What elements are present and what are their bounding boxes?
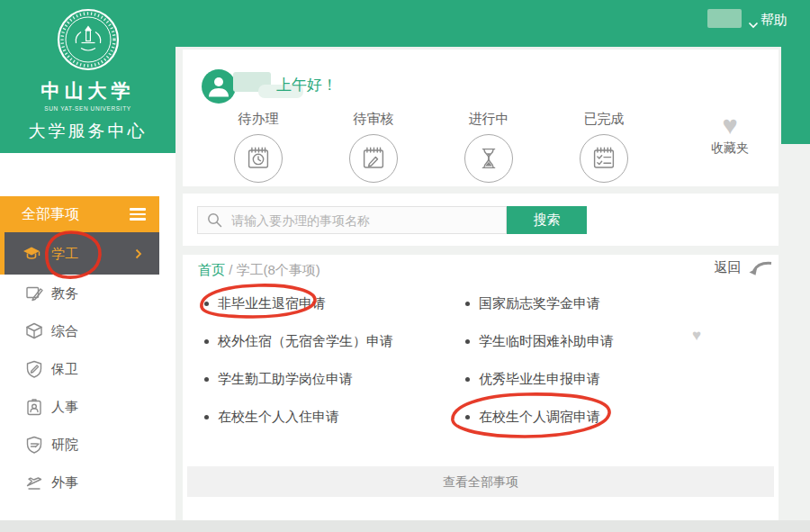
status-completed[interactable]: 已完成 bbox=[559, 111, 649, 183]
service-item[interactable]: 在校生个人调宿申请 bbox=[465, 408, 600, 426]
search-input[interactable] bbox=[230, 212, 506, 229]
page-bottom-strip bbox=[0, 520, 810, 532]
service-item[interactable]: 学生勤工助学岗位申请 bbox=[204, 370, 353, 388]
hourglass-icon[interactable] bbox=[464, 134, 513, 183]
sidebar-item-renshi[interactable]: 人事 bbox=[0, 388, 159, 426]
search-card: 搜索 bbox=[183, 194, 778, 246]
hamburger-icon[interactable] bbox=[130, 208, 146, 223]
foreign-affairs-icon bbox=[24, 473, 44, 492]
sidebar-item-waishi[interactable]: 外事 bbox=[0, 464, 159, 501]
calendar-pen-icon[interactable] bbox=[349, 134, 398, 183]
heart-icon[interactable]: ♥ bbox=[692, 327, 701, 345]
chevron-down-icon[interactable] bbox=[748, 16, 759, 32]
service-item[interactable]: 学生临时困难补助申请 bbox=[465, 332, 614, 350]
status-in-progress[interactable]: 进行中 bbox=[444, 111, 534, 183]
sidebar-item-label: 保卫 bbox=[51, 350, 78, 388]
student-affairs-icon bbox=[22, 244, 41, 264]
sidebar-item-jiaowu[interactable]: 教务 bbox=[0, 275, 159, 312]
view-all-button[interactable]: 查看全部事项 bbox=[187, 466, 774, 497]
bullet bbox=[465, 415, 470, 419]
calendar-clock-icon[interactable] bbox=[234, 134, 283, 183]
academic-affairs-icon bbox=[24, 284, 44, 303]
breadcrumb: 首页 / 学工(8个事项) bbox=[198, 262, 320, 279]
user-name-redacted[interactable] bbox=[707, 9, 742, 28]
graduate-school-icon bbox=[24, 435, 44, 455]
university-name-en: SUN YAT-SEN UNIVERSITY bbox=[0, 105, 176, 112]
greeting-text: 上午好！ bbox=[276, 75, 338, 95]
bullet bbox=[204, 339, 209, 344]
status-pending[interactable]: 待办理 bbox=[213, 111, 303, 183]
security-icon bbox=[24, 359, 44, 379]
avatar[interactable] bbox=[202, 69, 236, 104]
sidebar-item-label: 研院 bbox=[51, 426, 78, 464]
active-indicator bbox=[0, 232, 4, 275]
service-center-app: 帮助 中山大学 SUN YAT-SEN UNIVERSITY 大学服务中心 全部… bbox=[0, 0, 810, 532]
chevron-right-icon bbox=[135, 248, 142, 259]
search-icon bbox=[207, 212, 222, 228]
sidebar-item-xuegong[interactable]: 学工 bbox=[0, 232, 159, 275]
person-icon bbox=[202, 69, 236, 104]
help-link[interactable]: 帮助 bbox=[760, 12, 788, 29]
sidebar-item-label: 外事 bbox=[51, 464, 78, 501]
sidebar-item-label: 人事 bbox=[51, 388, 78, 426]
service-item[interactable]: 非毕业生退宿申请 bbox=[204, 294, 326, 312]
sidebar-item-label: 教务 bbox=[51, 275, 78, 312]
breadcrumb-home[interactable]: 首页 bbox=[198, 262, 225, 277]
university-seal-icon bbox=[55, 6, 122, 73]
hr-icon bbox=[24, 397, 44, 417]
bullet bbox=[465, 377, 470, 382]
university-name-cn: 中山大学 bbox=[0, 78, 176, 104]
all-items-label: 全部事项 bbox=[22, 196, 79, 232]
service-item[interactable]: 校外住宿（无宿舍学生）申请 bbox=[204, 332, 393, 350]
portal-title: 大学服务中心 bbox=[0, 120, 176, 143]
sidebar-item-label: 学工 bbox=[51, 232, 78, 275]
service-item[interactable]: 优秀毕业生申报申请 bbox=[465, 370, 600, 388]
bullet bbox=[465, 302, 470, 306]
service-item[interactable]: 国家励志奖学金申请 bbox=[465, 294, 600, 312]
general-affairs-icon bbox=[24, 321, 44, 341]
menu-header-all-items[interactable]: 全部事项 bbox=[0, 196, 159, 232]
sidebar-item-baowei[interactable]: 保卫 bbox=[0, 350, 159, 388]
breadcrumb-current: / 学工(8个事项) bbox=[229, 262, 320, 277]
heart-icon: ♥ bbox=[696, 113, 764, 138]
status-card: 上午好！ 待办理 待审核 bbox=[183, 50, 778, 186]
services-card: 首页 / 学工(8个事项) 返回 非毕业生退宿申请 校外住宿（无宿舍学生）申请 … bbox=[183, 255, 778, 520]
bullet bbox=[465, 339, 470, 344]
favorites-button[interactable]: ♥ 收藏夹 bbox=[696, 113, 764, 157]
bullet bbox=[204, 302, 209, 306]
sidebar-item-yanyuan[interactable]: 研院 bbox=[0, 426, 159, 464]
back-arrow-icon bbox=[748, 259, 773, 276]
search-box[interactable] bbox=[197, 206, 507, 234]
sidebar-item-label: 综合 bbox=[51, 312, 78, 350]
sidebar-logo: 中山大学 SUN YAT-SEN UNIVERSITY 大学服务中心 bbox=[0, 0, 176, 153]
search-button[interactable]: 搜索 bbox=[507, 206, 587, 234]
bullet bbox=[204, 377, 209, 382]
back-button[interactable]: 返回 bbox=[715, 259, 773, 276]
status-in-review[interactable]: 待审核 bbox=[328, 111, 418, 183]
service-item[interactable]: 在校生个人入住申请 bbox=[204, 408, 339, 426]
sidebar-item-zonghe[interactable]: 综合 bbox=[0, 312, 159, 350]
bullet bbox=[204, 415, 209, 419]
checklist-icon[interactable] bbox=[580, 134, 628, 183]
